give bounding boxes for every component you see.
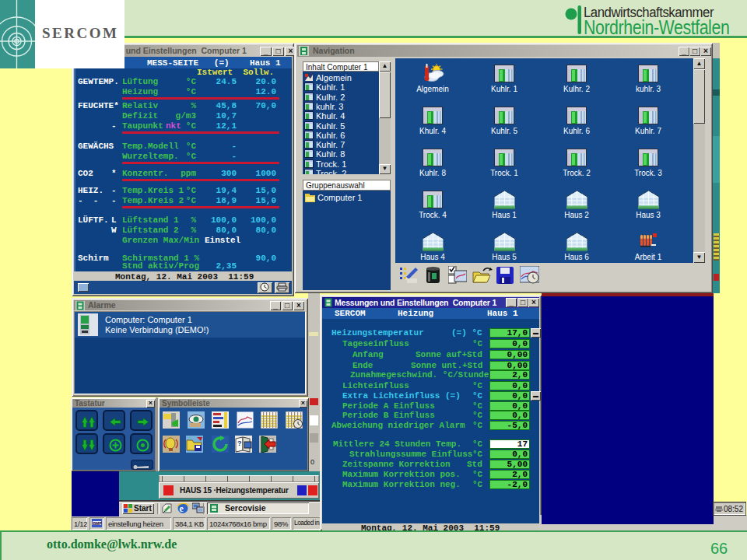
svg-text:BMP: BMP (93, 521, 103, 526)
svg-text:?: ? (237, 439, 242, 447)
